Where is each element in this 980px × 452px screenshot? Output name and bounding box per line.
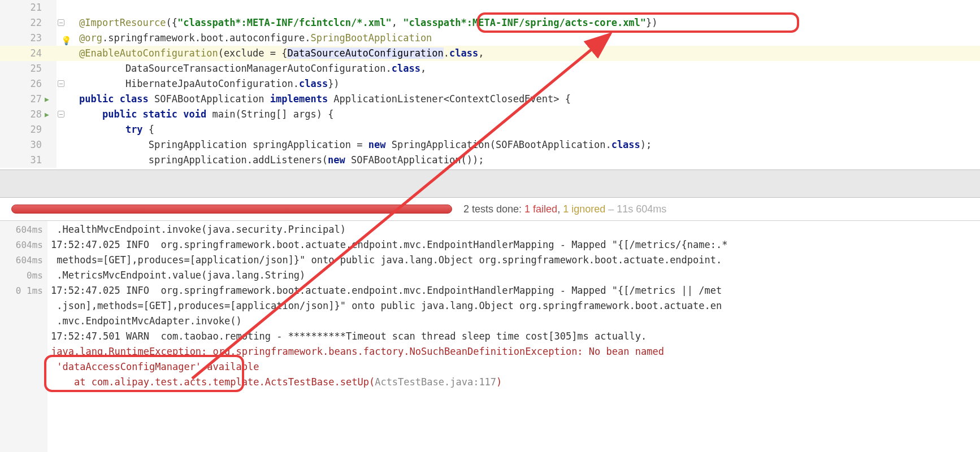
line-number: 31 xyxy=(26,153,42,168)
line-gutter[interactable]: 22 xyxy=(0,15,57,31)
console-line[interactable]: .MetricsMvcEndpoint.value(java.lang.Stri… xyxy=(51,268,977,283)
fold-toggle-icon[interactable]: – xyxy=(58,19,64,26)
ignored-count[interactable]: 1 ignored xyxy=(563,203,605,215)
marker-area: – xyxy=(57,107,79,122)
code-token: DataSourceAutoConfiguration xyxy=(287,47,443,59)
line-gutter[interactable]: 25 xyxy=(0,61,57,76)
console-line[interactable]: methods=[GET],produces=[application/json… xyxy=(51,253,977,268)
code-token: , xyxy=(392,17,403,28)
run-gutter-icon[interactable]: ▶ xyxy=(42,107,52,122)
fold-toggle-icon[interactable]: – xyxy=(58,80,64,87)
code-content[interactable]: @org.springframework.boot.autoconfigure.… xyxy=(79,31,980,46)
console-line[interactable]: 17:52:47.025 INFO org.springframework.bo… xyxy=(51,237,977,253)
code-line[interactable]: 21 xyxy=(0,0,980,15)
line-gutter[interactable]: 26 xyxy=(0,76,57,92)
code-token: @EnableAutoConfiguration xyxy=(79,47,218,59)
code-token: }) xyxy=(328,78,339,89)
line-number: 27 xyxy=(26,92,42,107)
stack-link[interactable]: ActsTestBase.java:117 xyxy=(375,376,496,388)
sep: – xyxy=(605,203,617,215)
code-token: ({ xyxy=(166,17,177,28)
console-line[interactable]: 'dataAccessConfigManager' available xyxy=(51,359,977,375)
code-content[interactable]: @EnableAutoConfiguration(exclude = {Data… xyxy=(79,46,980,61)
test-time: 604ms xyxy=(0,237,47,253)
code-token xyxy=(79,108,102,120)
failed-count[interactable]: 1 failed xyxy=(524,203,557,215)
code-token: HibernateJpaAutoConfiguration. xyxy=(79,78,299,89)
console-line[interactable]: at com.alipay.test.acts.template.ActsTes… xyxy=(51,375,977,390)
tests-done-label: 2 tests done: xyxy=(463,203,524,215)
code-token xyxy=(79,124,125,135)
line-gutter[interactable]: 29 xyxy=(0,122,57,137)
code-line[interactable]: 22–@ImportResource({"classpath*:META-INF… xyxy=(0,15,980,31)
console-line[interactable]: 17:52:47.501 WARN com.taobao.remoting - … xyxy=(51,329,977,344)
code-content[interactable]: @ImportResource({"classpath*:META-INF/fc… xyxy=(79,15,980,31)
code-token: springApplication.addListeners( xyxy=(79,154,328,166)
line-number: 22 xyxy=(26,15,42,31)
code-token: (exclude = { xyxy=(218,47,288,59)
code-token: @ImportResource xyxy=(79,17,166,28)
console-panel[interactable]: 604ms604ms604ms0ms0 1ms .HealthMvcEndpoi… xyxy=(0,220,980,452)
test-duration: 11s 604ms xyxy=(617,203,666,215)
line-gutter[interactable]: 27▶ xyxy=(0,92,57,107)
code-line[interactable]: 27▶public class SOFABootApplication impl… xyxy=(0,92,980,107)
marker-area: – xyxy=(57,15,79,31)
test-time: 0 1ms xyxy=(0,283,47,298)
console-output[interactable]: .HealthMvcEndpoint.invoke(java.security.… xyxy=(47,221,980,452)
code-content[interactable]: public class SOFABootApplication impleme… xyxy=(79,92,980,107)
code-token: SOFABootApplication xyxy=(154,93,270,105)
code-content[interactable]: springApplication.addListeners(new SOFAB… xyxy=(79,153,980,168)
code-content[interactable]: public static void main(String[] args) { xyxy=(79,107,980,122)
fold-toggle-icon[interactable]: – xyxy=(58,111,64,118)
line-gutter[interactable]: 28▶ xyxy=(0,107,57,122)
code-line[interactable]: 30 SpringApplication springApplication =… xyxy=(0,137,980,153)
code-content[interactable]: DataSourceTransactionManagerAutoConfigur… xyxy=(79,61,980,76)
code-token: , xyxy=(478,47,484,59)
code-token: ); xyxy=(640,139,652,150)
marker-area xyxy=(57,0,79,15)
code-token: SpringBootApplication xyxy=(310,32,432,44)
console-line[interactable]: 17:52:47.025 INFO org.springframework.bo… xyxy=(51,283,977,298)
code-token: }) xyxy=(646,17,657,28)
line-gutter[interactable]: 21 xyxy=(0,0,57,15)
code-line[interactable]: 25 DataSourceTransactionManagerAutoConfi… xyxy=(0,61,980,76)
console-line[interactable]: .mvc.EndpointMvcAdapter.invoke() xyxy=(51,314,977,329)
console-line[interactable]: .HealthMvcEndpoint.invoke(java.security.… xyxy=(51,222,977,237)
code-token: main xyxy=(212,108,235,120)
code-token: class xyxy=(449,47,478,59)
code-line[interactable]: 29 try { xyxy=(0,122,980,137)
code-line[interactable]: 23💡@org.springframework.boot.autoconfigu… xyxy=(0,31,980,46)
code-content[interactable]: try { xyxy=(79,122,980,137)
console-gutter: 604ms604ms604ms0ms0 1ms xyxy=(0,221,47,452)
panel-splitter[interactable] xyxy=(0,169,980,198)
console-line[interactable]: .json],methods=[GET],produces=[applicati… xyxy=(51,298,977,314)
marker-area xyxy=(57,92,79,107)
code-line[interactable]: 26– HibernateJpaAutoConfiguration.class}… xyxy=(0,76,980,92)
line-number: 24 xyxy=(26,46,42,61)
code-token: SpringApplication springApplication = xyxy=(79,139,368,150)
code-line[interactable]: 28▶– public static void main(String[] ar… xyxy=(0,107,980,122)
console-line[interactable]: java.lang.RuntimeException: org.springfr… xyxy=(51,344,977,359)
code-token: @org xyxy=(79,32,102,44)
code-line[interactable]: 24@EnableAutoConfiguration(exclude = {Da… xyxy=(0,46,980,61)
marker-area xyxy=(57,61,79,76)
marker-area xyxy=(57,46,79,61)
line-gutter[interactable]: 31 xyxy=(0,153,57,168)
line-gutter[interactable]: 23 xyxy=(0,31,57,46)
run-gutter-icon[interactable]: ▶ xyxy=(42,92,52,107)
code-token: "classpath*:META-INF/fcintclcn/*.xml" xyxy=(177,17,392,28)
code-line[interactable]: 31 springApplication.addListeners(new SO… xyxy=(0,153,980,168)
code-token: class xyxy=(392,63,420,74)
line-gutter[interactable]: 30 xyxy=(0,137,57,153)
line-gutter[interactable]: 24 xyxy=(0,46,57,61)
marker-area xyxy=(57,153,79,168)
line-number: 30 xyxy=(26,137,42,153)
code-content[interactable]: HibernateJpaAutoConfiguration.class}) xyxy=(79,76,980,92)
test-progress-bar xyxy=(11,205,452,214)
test-status-text: 2 tests done: 1 failed, 1 ignored – 11s … xyxy=(463,203,666,215)
line-number: 21 xyxy=(26,0,42,15)
code-token: new xyxy=(328,154,351,166)
code-editor[interactable]: 2122–@ImportResource({"classpath*:META-I… xyxy=(0,0,980,169)
code-content[interactable]: SpringApplication springApplication = ne… xyxy=(79,137,980,153)
code-content[interactable] xyxy=(79,0,980,15)
